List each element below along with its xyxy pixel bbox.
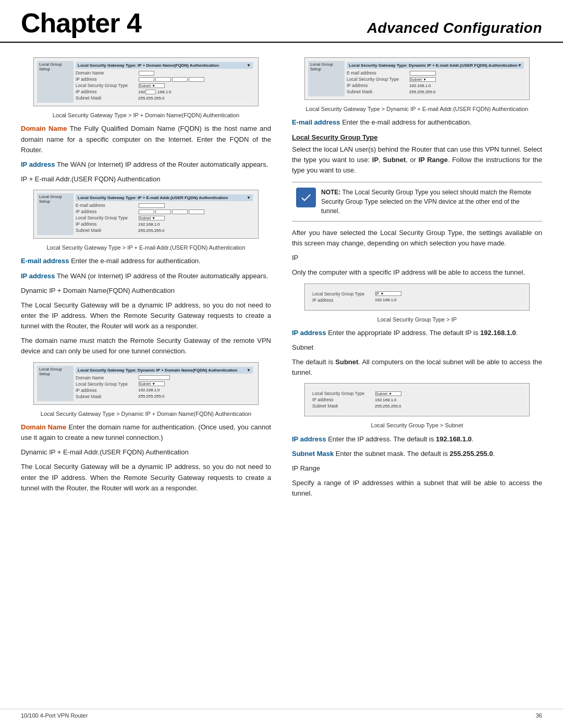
subnet-mask-label: Subnet Mask (292, 450, 334, 458)
ip-default2: 192.168.1.0 (436, 435, 472, 443)
ip-heading: IP (292, 253, 542, 263)
ip-addr-r-label: IP address (292, 329, 326, 337)
ip-text: Only the computer with a specific IP add… (292, 267, 542, 278)
screenshot-r2: Local Security Group TypeIP ▼ IP address… (304, 283, 530, 311)
page-footer: 10/100 4-Port VPN Router 36 (0, 709, 563, 719)
caption-1: Local Security Gateway Type > IP + Domai… (21, 112, 271, 119)
subnet-mask-default: 255.255.255.0 (450, 450, 493, 458)
auth-label: IP + E-mail Addr.(USER FQDN) Authenticat… (21, 174, 271, 184)
footer-left: 10/100 4-Port VPN Router (21, 712, 88, 719)
domain-name-para: Domain Name The Fully Qualified Domain N… (21, 124, 271, 155)
subnet-text1: The default is (292, 358, 333, 366)
checkmark-icon (300, 191, 312, 204)
ip-addr-r-para: IP address Enter the appropriate IP addr… (292, 328, 542, 338)
section-title: Advanced Configuration (367, 20, 542, 36)
ip2-text: The WAN (or Internet) IP address of the … (57, 272, 268, 280)
email-label: E-mail address (21, 257, 69, 265)
caption-r3: Local Security Group Type > Subnet (292, 422, 542, 429)
content-area: Local Group Setup Local Security Gateway… (0, 52, 563, 503)
subnet-heading: Subnet (292, 342, 542, 353)
after-text: After you have selected the Local Securi… (292, 228, 542, 249)
dynamic-email-text: The Local Security Gateway will be a dyn… (21, 462, 271, 493)
local-security-text: Select the local LAN user(s) behind the … (292, 144, 542, 176)
left-column: Local Group Setup Local Security Gateway… (10, 52, 282, 503)
ip2-para: IP address The WAN (or Internet) IP addr… (21, 271, 271, 281)
email-r-label: E-mail address (292, 118, 340, 126)
caption-r2: Local Security Group Type > IP (292, 316, 542, 324)
caption-2: Local Security Gateway Type > IP + E-mai… (21, 244, 271, 252)
domain-name-label: Domain Name (21, 125, 67, 132)
caption-r1: Local Security Gateway Type > Dynamic IP… (292, 105, 542, 113)
ip-address-para: IP address The WAN (or Internet) IP addr… (21, 159, 271, 170)
email-r-para: E-mail address Enter the e-mail address … (292, 117, 542, 128)
domain-name2-label: Domain Name (21, 423, 66, 431)
ip-default: 192.168.1.0 (480, 329, 516, 337)
note-box: NOTE: The Local Security Group Type you … (292, 182, 542, 221)
subnet-mask-para: Subnet Mask Enter the subnet mask. The d… (292, 449, 542, 459)
dynamic-heading: Dynamic IP + Domain Name(FQDN) Authentic… (21, 286, 271, 296)
ip-addr-r2-para: IP address Enter the IP address. The def… (292, 434, 542, 445)
ip-address-label: IP address (21, 161, 55, 168)
chapter-title: Chapter 4 (21, 9, 141, 36)
subnet-mask-text: Enter the subnet mask. The default is (336, 450, 448, 458)
screenshot-sidebar-r1: Local Group Setup (308, 61, 345, 96)
screenshot-sidebar-3: Local Group Setup (37, 366, 74, 401)
right-column: Local Group Setup Local Security Gateway… (282, 52, 553, 503)
subnet-para: The default is Subnet. All computers on … (292, 357, 542, 378)
screenshot-main-3: Local Security Gateway Type: Dynamic IP … (74, 366, 255, 401)
note-icon (296, 188, 316, 207)
local-security-text-content: Select the local LAN user(s) behind the … (292, 145, 542, 174)
screenshot-1: Local Group Setup Local Security Gateway… (33, 57, 259, 106)
email-para: E-mail address Enter the e-mail address … (21, 256, 271, 266)
dynamic-text2: The domain name must match the Remote Se… (21, 336, 271, 356)
dynamic-email-heading: Dynamic IP + E-mail Addr.(USER FQDN) Aut… (21, 447, 271, 458)
footer-right: 36 (536, 712, 542, 719)
ip-addr-r2-label: IP address (292, 435, 326, 443)
ip-range-heading: IP Range (292, 463, 542, 474)
caption-3: Local Security Gateway Type > Dynamic IP… (21, 410, 271, 418)
screenshot-main-1: Local Security Gateway Type: IP + Domain… (74, 61, 255, 103)
domain-name2-para: Domain Name Enter the domain name for au… (21, 422, 271, 443)
ip2-label: IP address (21, 272, 55, 280)
ip-addr-r2-text: Enter the IP address. The default is (328, 435, 434, 443)
dynamic-text1: The Local Security Gateway will be a dyn… (21, 300, 271, 331)
screenshot-r3: Local Security Group TypeSubnet ▼ IP add… (304, 383, 530, 416)
subnet-bold: Subnet (335, 358, 358, 366)
screenshot-sidebar-2: Local Group Setup (37, 193, 74, 235)
screenshot-sidebar: Local Group Setup (37, 61, 74, 103)
page-header: Chapter 4 Advanced Configuration (0, 0, 563, 43)
screenshot-main-r1: Local Security Gateway Type: Dynamic IP … (345, 61, 526, 96)
screenshot-2: Local Group Setup Local Security Gateway… (33, 190, 259, 239)
ip-addr-r-text: Enter the appropriate IP address. The de… (328, 329, 478, 337)
note-label: NOTE: (321, 189, 340, 196)
note-text: NOTE: The Local Security Group Type you … (321, 188, 538, 216)
screenshot-3: Local Group Setup Local Security Gateway… (33, 362, 259, 405)
email-text: Enter the e-mail address for authenticat… (71, 257, 201, 265)
screenshot-r1: Local Group Setup Local Security Gateway… (304, 57, 530, 100)
note-content: The Local Security Group Type you select… (321, 189, 531, 215)
ip-range-text: Specify a range of IP addresses within a… (292, 478, 542, 499)
local-security-heading: Local Security Group Type (292, 133, 542, 141)
screenshot-main-2: Local Security Gateway Type: IP + E-mail… (74, 193, 255, 235)
ip-address-text: The WAN (or Internet) IP address of the … (57, 161, 268, 168)
email-r-text: Enter the e-mail address for authenticat… (342, 118, 472, 126)
